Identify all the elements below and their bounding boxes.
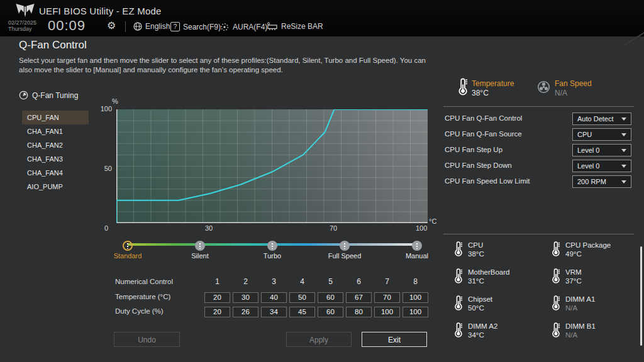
x-tick-100: 100 [416, 224, 427, 232]
duty-cycle-cell[interactable]: 20 [204, 307, 230, 317]
language-label: English [145, 22, 170, 31]
col-header: 5 [318, 277, 343, 286]
sensor-label: MotherBoard [468, 268, 509, 277]
knob-dash-icon [272, 243, 273, 249]
duty-cycle-cell[interactable]: 100 [374, 307, 400, 317]
header-divider [125, 21, 126, 32]
col-header: 8 [402, 277, 428, 286]
page-title: Q-Fan Control [19, 39, 87, 52]
chevron-down-icon [621, 118, 626, 121]
slider-knob[interactable] [195, 241, 205, 251]
duty-cycle-row-label: Duty Cycle (%) [115, 307, 164, 315]
sensor-label: DIMM A2 [468, 322, 497, 331]
sensor-label: CPU Package [565, 241, 611, 250]
duty-cycle-cell[interactable]: 26 [233, 307, 258, 317]
fan-list-item-cpu-fan[interactable]: CPU_FAN [22, 111, 89, 124]
slider-knob[interactable] [412, 241, 422, 251]
fan-list-item-cha-fan2[interactable]: CHA_FAN2 [22, 138, 89, 152]
status-fan-speed-label: Fan Speed [555, 79, 592, 88]
col-header: 3 [261, 277, 287, 286]
profile-label: Silent [191, 252, 209, 260]
sensor-chipset: Chipset 50°C [453, 295, 492, 312]
fan-curve-chart [116, 109, 428, 223]
app-title: UEFI BIOS Utility - EZ Mode [39, 6, 162, 16]
time-display: 00:09 [48, 18, 86, 34]
right-panel-scrollbar[interactable] [640, 246, 642, 346]
settings-gear-icon[interactable]: ⚙ [107, 19, 116, 31]
status-temperature-value: 38°C [472, 89, 489, 97]
bios-ez-mode-screen: UEFI BIOS Utility - EZ Mode 02/27/2025 T… [0, 0, 644, 362]
search-help-icon: ? [170, 22, 180, 31]
fan-list-item-cha-fan4[interactable]: CHA_FAN4 [22, 166, 89, 180]
resize-bar-button[interactable]: ReSize BAR [267, 22, 323, 31]
apply-button[interactable]: Apply [286, 332, 352, 347]
cpu-fan-step-down-dropdown[interactable]: Level 0 [572, 160, 631, 172]
undo-button[interactable]: Undo [114, 332, 180, 347]
setting-label: CPU Fan Q-Fan Source [445, 130, 522, 138]
fan-list-item-aio-pump[interactable]: AIO_PUMP [22, 180, 89, 194]
x-tick-30: 30 [205, 224, 213, 232]
dropdown-value: CPU [577, 131, 621, 138]
slider-knob[interactable] [267, 241, 277, 251]
setting-label: CPU Fan Speed Low Limit [445, 177, 530, 185]
temperature-cell[interactable]: 30 [233, 292, 258, 303]
aura-button[interactable]: AURA(F4) [219, 22, 267, 32]
col-header: 2 [233, 277, 258, 286]
aura-label: AURA(F4) [233, 23, 267, 31]
fan-list: CPU_FAN CHA_FAN1 CHA_FAN2 CHA_FAN3 CHA_F… [22, 111, 89, 194]
col-header: 1 [204, 277, 230, 286]
temperature-cell[interactable]: 40 [261, 292, 287, 303]
slider-knob[interactable] [123, 241, 133, 251]
cpu-fan-step-up-dropdown[interactable]: Level 0 [572, 144, 631, 156]
profile-label: Full Speed [328, 252, 362, 260]
sensor-dimm-a1: DIMM A1 N/A [551, 295, 595, 312]
profile-label: Standard [114, 252, 142, 260]
sensor-value: 31°C [468, 277, 509, 285]
sensor-value: 37°C [565, 277, 582, 285]
setting-label: CPU Fan Step Up [445, 146, 502, 153]
cpu-fan-speed-low-limit-dropdown[interactable]: 200 RPM [572, 175, 631, 188]
thermometer-icon [551, 322, 560, 338]
sensor-label: Chipset [468, 295, 492, 304]
exit-button[interactable]: Exit [362, 332, 427, 347]
page-description: Select your target fan and then move the… [19, 56, 426, 74]
y-tick-100: 100 [94, 105, 112, 112]
knob-dash-icon [344, 243, 345, 249]
thermometer-icon [453, 322, 462, 338]
cpu-fan-qfan-control-dropdown[interactable]: Auto Detect [572, 112, 631, 125]
y-tick-50: 50 [94, 165, 112, 172]
top-bar: UEFI BIOS Utility - EZ Mode 02/27/2025 T… [0, 0, 644, 36]
header-accent-slash [625, 31, 644, 46]
weekday-value: Thursday [8, 26, 36, 32]
search-button[interactable]: ? Search(F9) [170, 22, 221, 31]
duty-cycle-cell[interactable]: 60 [318, 307, 343, 317]
temperature-cell[interactable]: 20 [204, 292, 230, 303]
sensor-value: 49°C [565, 250, 611, 258]
fan-curve-svg [116, 109, 428, 223]
dropdown-value: 200 RPM [577, 178, 621, 185]
temperature-cell[interactable]: 50 [289, 292, 315, 303]
sensor-label: DIMM A1 [565, 295, 595, 304]
cpu-fan-qfan-source-dropdown[interactable]: CPU [572, 128, 631, 141]
slider-knob[interactable] [340, 241, 350, 251]
thermometer-icon [453, 268, 462, 284]
temperature-cell[interactable]: 100 [402, 292, 428, 303]
temperature-cell[interactable]: 70 [374, 292, 400, 303]
chevron-down-icon [621, 165, 626, 168]
duty-cycle-cell[interactable]: 80 [346, 307, 372, 317]
thermometer-icon [453, 241, 462, 257]
fan-list-item-cha-fan1[interactable]: CHA_FAN1 [22, 124, 89, 138]
duty-cycle-cell[interactable]: 45 [289, 307, 315, 317]
duty-cycle-cell[interactable]: 100 [402, 307, 428, 317]
thermometer-icon [457, 78, 467, 96]
resize-bar-icon [267, 22, 278, 31]
knob-dash-icon [127, 243, 128, 249]
fan-list-item-cha-fan3[interactable]: CHA_FAN3 [22, 152, 89, 166]
temperature-cell[interactable]: 60 [318, 292, 343, 303]
date-value: 02/27/2025 [8, 19, 36, 26]
duty-cycle-cell[interactable]: 34 [261, 307, 287, 317]
language-button[interactable]: English [133, 22, 170, 31]
qfan-tuning-button[interactable]: Q-Fan Tuning [19, 90, 78, 100]
dropdown-value: Auto Detect [577, 115, 621, 123]
temperature-cell[interactable]: 67 [346, 292, 372, 303]
